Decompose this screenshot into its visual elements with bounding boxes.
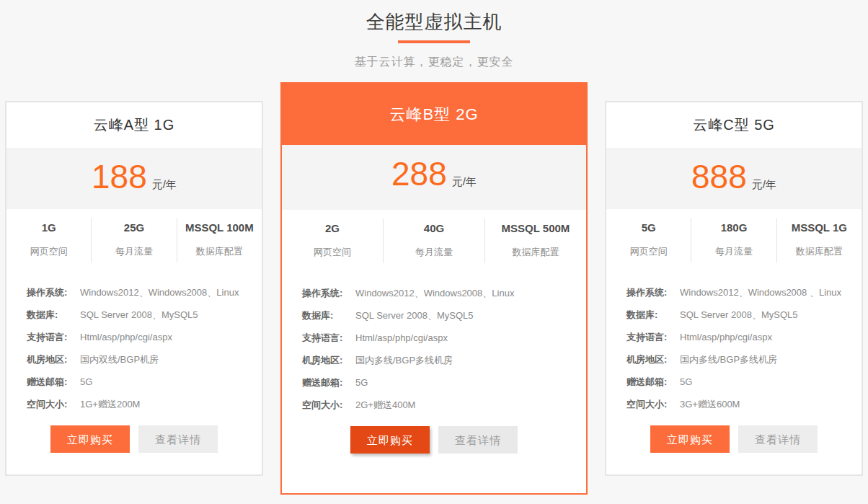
spec-label: 每月流量: [92, 245, 176, 258]
page-subtitle: 基于云计算，更稳定，更安全: [0, 54, 868, 70]
detail-label: 赠送邮箱:: [626, 377, 680, 387]
detail-label: 机房地区:: [302, 355, 355, 366]
detail-row-database: 数据库: SQL Server 2008、MySQL5: [626, 310, 841, 320]
detail-row-languages: 支持语言: Html/asp/php/cgi/aspx: [27, 332, 242, 342]
detail-label: 操作系统:: [27, 288, 80, 298]
buy-now-button[interactable]: 立即购买: [50, 425, 130, 453]
detail-label: 机房地区:: [27, 355, 80, 365]
detail-label: 数据库:: [27, 310, 80, 320]
price-unit: 元/年: [152, 178, 177, 192]
pricing-card-b-featured: 云峰B型 2G 288 元/年 2G 网页空间 40G 每月流量 MSSQL 5…: [280, 82, 588, 495]
detail-label: 数据库:: [626, 310, 680, 320]
detail-row-mailbox: 赠送邮箱: 5G: [626, 377, 841, 387]
detail-row-languages: 支持语言: Html/asp/php/cgi/aspx: [626, 332, 841, 342]
detail-row-os: 操作系统: Windows2012、Windows2008 、Linux: [626, 288, 841, 298]
spec-label: 每月流量: [691, 245, 776, 258]
plan-details: 操作系统: Windows2012、Windows2008 、Linux 数据库…: [606, 273, 862, 422]
plan-actions: 立即购买 查看详情: [606, 425, 862, 453]
price-band: 288 元/年: [282, 145, 586, 210]
detail-row-space-size: 空间大小: 3G+赠送600M: [626, 399, 841, 410]
spec-monthly-traffic: 180G 每月流量: [691, 221, 776, 273]
detail-label: 赠送邮箱:: [302, 378, 355, 388]
detail-value: 5G: [680, 377, 692, 387]
detail-label: 机房地区:: [626, 355, 680, 365]
view-details-button[interactable]: 查看详情: [738, 425, 818, 453]
price-band: 188 元/年: [6, 148, 262, 209]
spec-value: 2G: [282, 222, 383, 234]
detail-value: 国内双线/BGP机房: [80, 355, 159, 365]
detail-label: 空间大小:: [302, 400, 355, 410]
detail-row-datacenter: 机房地区: 国内多线/BGP多线机房: [626, 355, 841, 365]
spec-value: 25G: [92, 221, 176, 234]
detail-value: SQL Server 2008、MySQL5: [355, 311, 474, 321]
plan-name: 云峰C型 5G: [606, 102, 862, 148]
detail-row-os: 操作系统: Windows2012、Windows2008、Linux: [27, 288, 242, 298]
detail-label: 支持语言:: [27, 332, 80, 342]
price-band: 888 元/年: [606, 148, 862, 209]
detail-label: 空间大小:: [27, 399, 80, 410]
view-details-button[interactable]: 查看详情: [438, 426, 518, 454]
price-value: 888: [691, 158, 747, 195]
spec-value: 5G: [606, 221, 691, 234]
spec-summary: 2G 网页空间 40G 每月流量 MSSQL 500M 数据库配置: [282, 210, 586, 273]
detail-label: 支持语言:: [302, 333, 355, 343]
detail-value: 国内多线/BGP多线机房: [355, 355, 453, 366]
spec-value: MSSQL 1G: [777, 221, 862, 234]
detail-row-space-size: 空间大小: 1G+赠送200M: [27, 399, 242, 410]
detail-row-datacenter: 机房地区: 国内双线/BGP机房: [27, 355, 242, 365]
buy-now-button[interactable]: 立即购买: [650, 425, 730, 453]
spec-label: 网页空间: [606, 245, 691, 258]
detail-row-mailbox: 赠送邮箱: 5G: [302, 378, 566, 388]
detail-row-database: 数据库: SQL Server 2008、MySQL5: [302, 311, 566, 321]
detail-label: 操作系统:: [302, 288, 355, 299]
detail-value: Windows2012、Windows2008 、Linux: [680, 288, 841, 298]
spec-label: 数据库配置: [485, 246, 586, 259]
spec-monthly-traffic: 40G 每月流量: [384, 222, 484, 273]
page-title: 全能型虚拟主机: [0, 10, 868, 33]
detail-row-os: 操作系统: Windows2012、Windows2008、Linux: [302, 288, 566, 299]
detail-row-datacenter: 机房地区: 国内多线/BGP多线机房: [302, 355, 566, 366]
price-value: 188: [92, 158, 147, 195]
spec-database: MSSQL 100M 数据库配置: [177, 221, 262, 273]
pricing-card-a: 云峰A型 1G 188 元/年 1G 网页空间 25G 每月流量 MSSQL 1…: [5, 101, 263, 476]
detail-value: 1G+赠送200M: [80, 399, 140, 410]
detail-value: Windows2012、Windows2008、Linux: [355, 288, 514, 299]
spec-label: 网页空间: [6, 245, 91, 258]
plan-details: 操作系统: Windows2012、Windows2008、Linux 数据库:…: [6, 273, 262, 422]
detail-value: SQL Server 2008、MySQL5: [80, 310, 198, 320]
page-header: 全能型虚拟主机 基于云计算，更稳定，更安全: [0, 0, 868, 70]
spec-label: 每月流量: [384, 246, 484, 259]
detail-row-mailbox: 赠送邮箱: 5G: [27, 377, 242, 387]
detail-value: SQL Server 2008、MySQL5: [680, 310, 798, 320]
plan-details: 操作系统: Windows2012、Windows2008、Linux 数据库:…: [282, 273, 586, 423]
title-underline-divider: [398, 40, 470, 43]
plan-actions: 立即购买 查看详情: [6, 425, 262, 453]
detail-value: Html/asp/php/cgi/aspx: [80, 332, 172, 342]
detail-row-languages: 支持语言: Html/asp/php/cgi/aspx: [302, 333, 566, 343]
spec-web-space: 2G 网页空间: [282, 222, 383, 273]
spec-value: 40G: [384, 222, 484, 234]
spec-label: 数据库配置: [177, 245, 262, 258]
detail-value: Html/asp/php/cgi/aspx: [680, 332, 772, 342]
price-unit: 元/年: [452, 175, 477, 189]
buy-now-button[interactable]: 立即购买: [350, 426, 430, 454]
spec-label: 网页空间: [282, 246, 383, 259]
pricing-card-c: 云峰C型 5G 888 元/年 5G 网页空间 180G 每月流量 MSSQL …: [605, 101, 863, 476]
price-unit: 元/年: [752, 178, 776, 192]
spec-value: 180G: [691, 221, 776, 234]
plan-actions: 立即购买 查看详情: [282, 426, 586, 454]
detail-label: 空间大小:: [626, 399, 680, 410]
detail-row-database: 数据库: SQL Server 2008、MySQL5: [27, 310, 242, 320]
view-details-button[interactable]: 查看详情: [138, 425, 218, 453]
detail-value: 国内多线/BGP多线机房: [680, 355, 777, 365]
detail-label: 赠送邮箱:: [27, 377, 80, 387]
detail-label: 数据库:: [302, 311, 355, 321]
spec-value: 1G: [6, 221, 91, 234]
spec-summary: 1G 网页空间 25G 每月流量 MSSQL 100M 数据库配置: [6, 209, 262, 273]
detail-value: 5G: [355, 378, 368, 388]
detail-value: 5G: [80, 377, 92, 387]
detail-value: 2G+赠送400M: [355, 400, 415, 410]
spec-label: 数据库配置: [777, 245, 862, 258]
detail-value: 3G+赠送600M: [680, 399, 740, 410]
plan-name: 云峰A型 1G: [6, 102, 262, 148]
